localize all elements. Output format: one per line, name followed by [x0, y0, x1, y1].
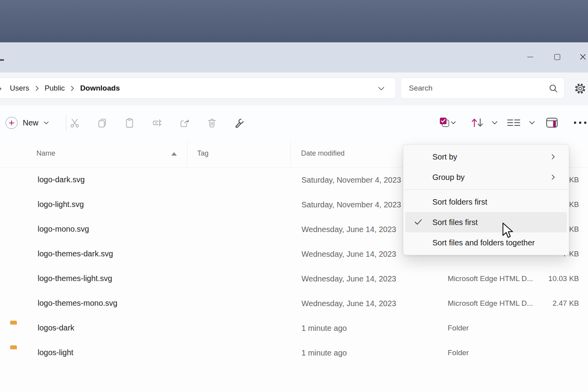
column-header-date-modified[interactable]: Date modified	[301, 149, 345, 158]
submenu-chevron-icon	[551, 154, 555, 160]
file-date-modified: Wednesday, June 14, 2023	[301, 274, 396, 283]
select-button[interactable]	[434, 115, 462, 131]
edge-logo-icon	[10, 197, 25, 212]
file-name: logo-themes-mono.svg	[38, 299, 117, 308]
file-row[interactable]: logo-themes-light.svg Wednesday, June 14…	[0, 267, 588, 291]
file-date-modified: Wednesday, June 14, 2023	[301, 299, 396, 308]
plus-icon	[5, 117, 18, 129]
address-dropdown-button[interactable]	[378, 87, 385, 91]
sort-button[interactable]	[469, 115, 500, 131]
menu-item-sort-files-and-folders-together[interactable]: Sort files and folders together	[405, 232, 567, 253]
column-header-name[interactable]: Name	[36, 149, 55, 158]
wrench-icon	[234, 118, 245, 128]
file-date-modified: 1 minute ago	[301, 324, 347, 333]
file-row[interactable]: logos-light 1 minute ago Folder	[0, 341, 588, 365]
menu-item-sort-by[interactable]: Sort by	[405, 147, 567, 167]
file-type: Folder	[448, 324, 469, 332]
file-name: logo-mono.svg	[38, 225, 89, 234]
menu-separator	[404, 189, 568, 190]
file-row[interactable]: logos-dark 1 minute ago Folder	[0, 316, 588, 341]
sort-context-menu: Sort by Group by Sort folders first Sort…	[403, 144, 569, 255]
trash-icon	[207, 118, 217, 128]
search-box	[401, 78, 564, 99]
edge-logo-icon	[10, 271, 25, 286]
menu-item-sort-folders-first[interactable]: Sort folders first	[405, 192, 567, 212]
edge-logo-icon	[10, 247, 25, 261]
new-button-label: New	[23, 118, 38, 127]
file-date-modified: Wednesday, June 14, 2023	[301, 250, 396, 259]
breadcrumb-chevron-icon	[35, 85, 39, 91]
minimize-button[interactable]	[521, 48, 539, 66]
edge-logo-icon	[10, 296, 25, 310]
copy-icon	[97, 118, 107, 128]
file-size: 2.47 KB	[552, 299, 579, 308]
file-name: logo-themes-light.svg	[38, 274, 112, 283]
folder-icon	[10, 321, 25, 335]
details-pane-button[interactable]	[543, 115, 561, 131]
file-size: 10.03 KB	[548, 274, 579, 283]
desktop-wallpaper	[0, 0, 588, 42]
submenu-chevron-icon	[551, 174, 555, 180]
delete-button[interactable]	[203, 115, 220, 131]
paste-button[interactable]	[121, 115, 138, 131]
sort-arrows-icon	[470, 117, 499, 129]
column-separator[interactable]	[187, 142, 187, 166]
file-size: KB	[569, 176, 579, 184]
file-name: logo-dark.svg	[38, 175, 85, 184]
details-pane-icon	[546, 118, 558, 128]
view-button[interactable]	[504, 115, 537, 131]
command-toolbar: New	[0, 105, 588, 140]
minimize-icon	[527, 57, 533, 57]
file-date-modified: Saturday, November 4, 2023	[301, 200, 401, 209]
paste-icon	[124, 118, 135, 128]
file-date-modified: 1 minute ago	[301, 348, 347, 358]
share-button[interactable]	[176, 115, 193, 131]
file-name: logos-light	[38, 348, 73, 357]
file-row[interactable]: logo-themes-mono.svg Wednesday, June 14,…	[0, 291, 588, 316]
menu-item-group-by[interactable]: Group by	[405, 167, 567, 187]
file-date-modified: Saturday, November 4, 2023	[301, 176, 401, 185]
address-bar[interactable]: Users Public Downloads	[0, 78, 396, 99]
file-name: logo-themes-dark.svg	[38, 249, 113, 258]
rename-icon	[152, 118, 162, 128]
breadcrumb-chevron-icon	[71, 85, 74, 91]
close-icon	[580, 54, 586, 60]
file-name: logos-dark	[38, 323, 74, 332]
search-input[interactable]	[408, 83, 539, 93]
new-button[interactable]: New	[2, 113, 52, 132]
window-titlebar	[0, 42, 588, 73]
scissors-icon	[69, 118, 80, 128]
file-size: KB	[569, 225, 579, 234]
edge-logo-icon	[10, 222, 25, 236]
tools-button[interactable]	[230, 115, 248, 131]
search-icon[interactable]	[548, 83, 559, 94]
breadcrumb-item-downloads[interactable]: Downloads	[80, 84, 120, 93]
maximize-button[interactable]	[548, 48, 566, 66]
select-checkbox-icon	[439, 117, 456, 129]
file-date-modified: Wednesday, June 14, 2023	[301, 225, 396, 234]
breadcrumb-item-users[interactable]: Users	[10, 84, 29, 93]
column-header-tag[interactable]: Tag	[197, 149, 209, 158]
cut-button[interactable]	[66, 115, 83, 131]
column-separator[interactable]	[290, 142, 291, 166]
ellipsis-icon	[573, 121, 587, 125]
gear-icon	[573, 82, 587, 95]
maximize-icon	[554, 54, 560, 60]
menu-item-sort-files-first[interactable]: Sort files first	[405, 212, 567, 232]
breadcrumb-item-public[interactable]: Public	[45, 84, 65, 93]
cropped-tab-fragment	[0, 59, 4, 61]
mouse-cursor	[502, 222, 515, 239]
sort-ascending-icon	[171, 152, 177, 156]
file-type: Microsoft Edge HTML D...	[448, 299, 533, 308]
view-list-icon	[505, 117, 537, 129]
file-type: Folder	[448, 348, 469, 357]
address-row: Users Public Downloads	[0, 73, 588, 106]
rename-button[interactable]	[148, 115, 165, 131]
edge-logo-icon	[10, 172, 25, 187]
close-button[interactable]	[574, 48, 588, 66]
more-button[interactable]	[572, 115, 588, 131]
file-name: logo-light.svg	[38, 200, 84, 209]
settings-button[interactable]	[573, 82, 587, 96]
chevron-down-icon	[44, 121, 49, 125]
copy-button[interactable]	[93, 115, 111, 131]
